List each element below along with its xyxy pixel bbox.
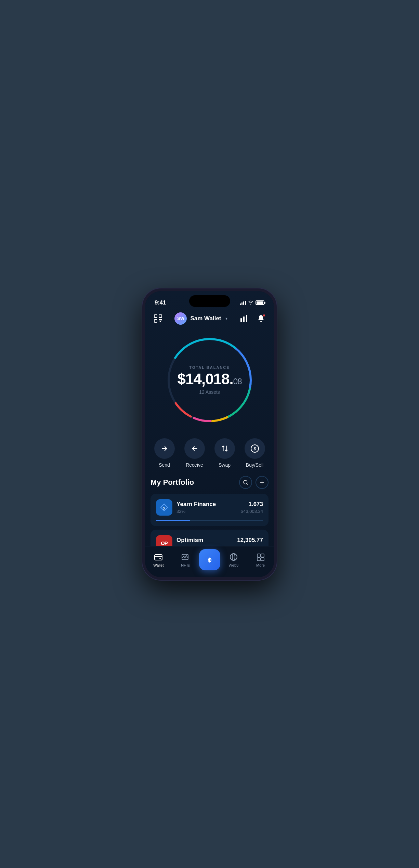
phone-frame: 9:41 xyxy=(142,288,277,580)
balance-circle: TOTAL BALANCE $14,018.08 12 Assets xyxy=(162,332,258,428)
yearn-pct: 32% xyxy=(176,509,237,514)
status-time: 9:41 xyxy=(155,299,166,306)
svg-rect-35 xyxy=(261,554,264,557)
svg-rect-36 xyxy=(257,558,260,561)
svg-rect-28 xyxy=(159,558,161,559)
yearn-name: Yearn Finance xyxy=(176,501,237,508)
phone-inner: 9:41 xyxy=(145,291,274,577)
svg-text:$: $ xyxy=(253,446,256,451)
chevron-down-icon: ▾ xyxy=(225,316,227,321)
swap-icon xyxy=(214,438,235,459)
yearn-icon: y xyxy=(156,499,172,516)
add-asset-button[interactable] xyxy=(256,476,269,489)
wallet-nav-label: Wallet xyxy=(153,563,163,567)
yearn-progress xyxy=(156,520,263,521)
wallet-nav-icon xyxy=(154,552,163,562)
svg-rect-0 xyxy=(154,315,157,318)
nav-web3[interactable]: Web3 xyxy=(220,552,247,567)
nav-wallet[interactable]: Wallet xyxy=(145,552,172,567)
buysell-button[interactable]: $ Buy/Sell xyxy=(245,438,265,468)
notification-badge xyxy=(262,314,266,317)
receive-icon xyxy=(184,438,205,459)
buysell-icon: $ xyxy=(245,438,265,459)
swap-label: Swap xyxy=(219,462,231,468)
send-button[interactable]: Send xyxy=(154,438,175,468)
svg-line-22 xyxy=(247,483,248,484)
yearn-amount: 1.673 xyxy=(241,501,263,508)
asset-card-yearn[interactable]: y Yearn Finance 32% 1.673 $43,003.34 xyxy=(150,494,269,526)
svg-rect-7 xyxy=(240,318,242,322)
bottom-nav: Wallet NFTs xyxy=(145,546,274,577)
svg-rect-27 xyxy=(155,555,162,560)
wifi-icon xyxy=(248,300,253,306)
battery-icon xyxy=(256,300,264,305)
balance-amount: $14,018.08 xyxy=(175,372,244,387)
svg-rect-34 xyxy=(257,554,260,557)
optimism-name: Optimism xyxy=(176,537,233,544)
nav-more[interactable]: More xyxy=(247,552,274,567)
more-nav-label: More xyxy=(256,563,265,567)
assets-count: 12 Assets xyxy=(175,389,244,395)
status-icons xyxy=(240,300,264,306)
nav-nfts[interactable]: NFTs xyxy=(172,552,199,567)
optimism-amount: 12,305.77 xyxy=(237,537,263,544)
portfolio-title: My Portfolio xyxy=(150,478,194,487)
svg-text:y: y xyxy=(163,506,166,510)
notifications-button[interactable] xyxy=(255,312,267,325)
receive-label: Receive xyxy=(186,462,203,468)
svg-rect-9 xyxy=(246,315,247,322)
header: SW Sam Wallet ▾ xyxy=(145,310,274,329)
more-nav-icon xyxy=(256,552,265,562)
send-icon xyxy=(154,438,175,459)
yearn-info: Yearn Finance 32% xyxy=(176,501,237,514)
yearn-usd: $43,003.34 xyxy=(241,509,263,514)
signal-icon xyxy=(240,301,246,305)
svg-rect-37 xyxy=(261,558,264,561)
avatar: SW xyxy=(174,312,187,325)
scan-icon xyxy=(152,312,164,325)
search-button[interactable] xyxy=(239,476,252,489)
svg-rect-1 xyxy=(159,315,162,318)
portfolio-header-actions xyxy=(239,476,269,489)
buysell-label: Buy/Sell xyxy=(246,462,263,468)
action-buttons: Send Receive xyxy=(145,435,274,476)
web3-nav-icon xyxy=(229,552,238,562)
swap-button[interactable]: Swap xyxy=(214,438,235,468)
center-action-button[interactable] xyxy=(199,549,220,570)
web3-nav-label: Web3 xyxy=(229,563,239,567)
account-selector[interactable]: SW Sam Wallet ▾ xyxy=(174,312,227,325)
balance-info: TOTAL BALANCE $14,018.08 12 Assets xyxy=(175,365,244,395)
portfolio-header: My Portfolio xyxy=(150,476,269,489)
yearn-progress-fill xyxy=(156,520,190,521)
nfts-nav-label: NFTs xyxy=(181,563,190,567)
balance-section: TOTAL BALANCE $14,018.08 12 Assets xyxy=(145,329,274,435)
svg-rect-2 xyxy=(154,320,157,322)
dynamic-island xyxy=(189,295,230,307)
chart-button[interactable] xyxy=(238,312,250,325)
nav-center[interactable] xyxy=(199,549,220,570)
balance-label: TOTAL BALANCE xyxy=(175,365,244,370)
scan-button[interactable] xyxy=(152,312,164,325)
svg-point-30 xyxy=(184,555,185,556)
send-label: Send xyxy=(159,462,170,468)
account-name: Sam Wallet xyxy=(190,315,221,322)
yearn-values: 1.673 $43,003.34 xyxy=(241,501,263,514)
asset-row: y Yearn Finance 32% 1.673 $43,003.34 xyxy=(156,499,263,516)
receive-button[interactable]: Receive xyxy=(184,438,205,468)
header-actions xyxy=(238,312,267,325)
nfts-nav-icon xyxy=(181,552,190,562)
svg-rect-8 xyxy=(243,316,245,322)
